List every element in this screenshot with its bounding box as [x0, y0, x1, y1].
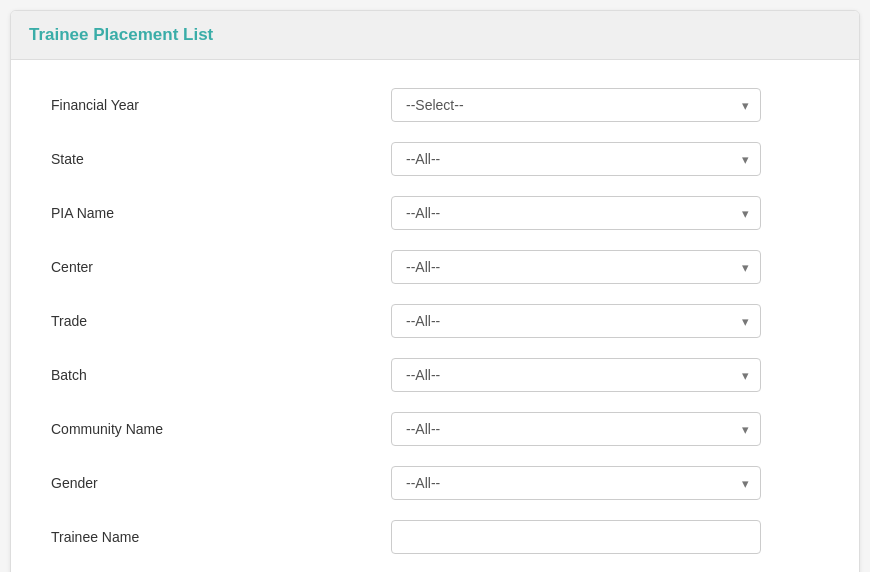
label-trainee-name: Trainee Name	[51, 529, 391, 545]
select-wrapper-batch: --All--▾	[391, 358, 761, 392]
trainee-name-input[interactable]	[391, 520, 761, 554]
form-row-trainee-name: Trainee Name	[51, 520, 819, 554]
label-community-name: Community Name	[51, 421, 391, 437]
label-state: State	[51, 151, 391, 167]
community-name-select[interactable]: --All--	[391, 412, 761, 446]
form-row-center: Center--All--▾	[51, 250, 819, 284]
financial-year-select[interactable]: --Select--	[391, 88, 761, 122]
select-wrapper-trade: --All--▾	[391, 304, 761, 338]
label-pia-name: PIA Name	[51, 205, 391, 221]
control-wrapper-financial-year: --Select--▾	[391, 88, 761, 122]
control-wrapper-trainee-name	[391, 520, 761, 554]
select-wrapper-state: --All--▾	[391, 142, 761, 176]
control-wrapper-center: --All--▾	[391, 250, 761, 284]
gender-select[interactable]: --All--	[391, 466, 761, 500]
card-body: Financial Year--Select--▾State--All--▾PI…	[11, 60, 859, 572]
form-row-financial-year: Financial Year--Select--▾	[51, 88, 819, 122]
select-wrapper-gender: --All--▾	[391, 466, 761, 500]
form-row-community-name: Community Name--All--▾	[51, 412, 819, 446]
pia-name-select[interactable]: --All--	[391, 196, 761, 230]
control-wrapper-pia-name: --All--▾	[391, 196, 761, 230]
select-wrapper-community-name: --All--▾	[391, 412, 761, 446]
form-row-gender: Gender--All--▾	[51, 466, 819, 500]
center-select[interactable]: --All--	[391, 250, 761, 284]
control-wrapper-state: --All--▾	[391, 142, 761, 176]
control-wrapper-gender: --All--▾	[391, 466, 761, 500]
control-wrapper-batch: --All--▾	[391, 358, 761, 392]
select-wrapper-pia-name: --All--▾	[391, 196, 761, 230]
form-row-trade: Trade--All--▾	[51, 304, 819, 338]
select-wrapper-center: --All--▾	[391, 250, 761, 284]
state-select[interactable]: --All--	[391, 142, 761, 176]
label-center: Center	[51, 259, 391, 275]
control-wrapper-trade: --All--▾	[391, 304, 761, 338]
main-card: Trainee Placement List Financial Year--S…	[10, 10, 860, 572]
select-wrapper-financial-year: --Select--▾	[391, 88, 761, 122]
control-wrapper-community-name: --All--▾	[391, 412, 761, 446]
form-row-batch: Batch--All--▾	[51, 358, 819, 392]
label-batch: Batch	[51, 367, 391, 383]
batch-select[interactable]: --All--	[391, 358, 761, 392]
form-row-pia-name: PIA Name--All--▾	[51, 196, 819, 230]
form-row-state: State--All--▾	[51, 142, 819, 176]
card-header: Trainee Placement List	[11, 11, 859, 60]
label-trade: Trade	[51, 313, 391, 329]
label-financial-year: Financial Year	[51, 97, 391, 113]
trade-select[interactable]: --All--	[391, 304, 761, 338]
page-title: Trainee Placement List	[29, 25, 213, 44]
label-gender: Gender	[51, 475, 391, 491]
